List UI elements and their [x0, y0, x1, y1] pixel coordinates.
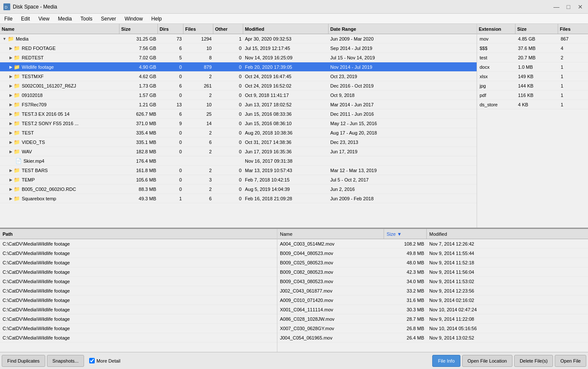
tree-cell-range: Dec 2016 - Oct 2019 [329, 83, 414, 88]
file-row[interactable]: B009_C082_080523.mov 42.3 MB Nov 9, 2014… [277, 267, 588, 277]
menu-edit[interactable]: Edit [17, 15, 34, 23]
open-file-button[interactable]: Open File [555, 355, 586, 367]
ext-col-extension[interactable]: Extension [477, 24, 515, 34]
file-row[interactable]: J002_C043_061877.mov 33.2 MB Nov 9, 2014… [277, 286, 588, 296]
col-header-range[interactable]: Date Range [329, 24, 414, 34]
folder-icon: 📁 [14, 83, 20, 89]
file-row[interactable]: X001_C064_111114.mov 30.3 MB Nov 10, 201… [277, 305, 588, 314]
maximize-button[interactable]: □ [564, 3, 573, 11]
ext-row[interactable]: docx 1.0 MB 1 [477, 62, 588, 72]
expand-arrow: ▶ [9, 93, 12, 97]
ext-row[interactable]: pdf 116 KB 1 [477, 91, 588, 100]
tree-row[interactable]: ▶ 📁 B005_C002_0602IO.RDC 88.3 MB 0 2 0 A… [0, 184, 477, 194]
ext-row[interactable]: mov 4.85 GB 867 [477, 34, 588, 44]
file-cell-name: B009_C025_080523.mov [277, 260, 384, 265]
file-row[interactable]: B009_C044_080523.mov 49.8 MB Nov 9, 2014… [277, 249, 588, 258]
tree-row[interactable]: ▶ 📁 FS7Rec709 1.21 GB 13 10 0 Jun 13, 20… [0, 100, 477, 109]
file-cell-modified: Nov 7, 2014 12:26:42 [427, 241, 512, 246]
file-row[interactable]: A086_C028_1028JW.mov 28.7 MB Nov 9, 2014… [277, 314, 588, 324]
menu-media[interactable]: Media [54, 15, 76, 23]
tree-row-name: TEST.3 EX 2016 05 14 [22, 111, 70, 117]
tree-cell-other: 0 [213, 111, 243, 117]
path-row[interactable]: C:\CatDV\Media\Wildlife footage [0, 258, 277, 267]
path-row[interactable]: C:\CatDV\Media\Wildlife footage [0, 286, 277, 296]
path-row[interactable]: C:\CatDV\Media\Wildlife footage [0, 249, 277, 258]
find-duplicates-button[interactable]: Find Duplicates [2, 355, 45, 367]
tree-row-name: B005_C002_0602IO.RDC [22, 187, 76, 192]
path-row[interactable]: C:\CatDV\Media\Wildlife footage [0, 324, 277, 333]
menu-file[interactable]: File [0, 15, 17, 23]
path-row[interactable]: C:\CatDV\Media\Wildlife footage [0, 333, 277, 343]
tree-row[interactable]: ▶ 📁 Wildlife footage 4.90 GB 0 879 0 Feb… [0, 62, 477, 72]
open-file-location-button[interactable]: Open File Location [462, 355, 512, 367]
tree-cell-name: ▶ 📁 TEMP [0, 177, 119, 183]
col-header-size[interactable]: Size [119, 24, 158, 34]
ext-col-size[interactable]: Size [515, 24, 558, 34]
tree-row[interactable]: ▶ 📁 09102018 1.57 GB 0 2 0 Oct 9, 2018 1… [0, 91, 477, 100]
ext-row[interactable]: xlsx 149 KB 1 [477, 72, 588, 81]
path-row[interactable]: C:\CatDV\Media\Wildlife footage [0, 314, 277, 324]
tree-row[interactable]: ▶ 📁 TESTMXF 4.62 GB 0 2 0 Oct 24, 2019 1… [0, 72, 477, 81]
main-container: Name Size Dirs Files Other Modified Date… [0, 24, 588, 369]
col-header-other[interactable]: Other [213, 24, 243, 34]
col-header-modified[interactable]: Modified [243, 24, 329, 34]
tree-row-name: RED FOOTAGE [22, 46, 55, 51]
tree-row[interactable]: ▶ 📁 REDTEST 7.02 GB 5 8 0 Nov 14, 2019 1… [0, 53, 477, 62]
tree-row[interactable]: ▼ 📁 Media 31.25 GB 73 1294 1 Apr 30, 202… [0, 34, 477, 44]
ext-row[interactable]: jpg 144 KB 1 [477, 81, 588, 91]
tree-row[interactable]: ▶ 📁 Squarebox temp 49.3 MB 1 6 0 Feb 16,… [0, 194, 477, 203]
tree-cell-range: Dec 23, 2013 [329, 140, 414, 145]
path-row[interactable]: C:\CatDV\Media\Wildlife footage [0, 239, 277, 249]
expand-arrow: ▶ [9, 140, 12, 144]
file-col-modified[interactable]: Modified [427, 229, 512, 239]
tree-cell-modified: Feb 7, 2018 10:42:15 [243, 177, 329, 182]
tree-row[interactable]: ▶ 📁 TEST 335.4 MB 0 2 0 Aug 20, 2018 10:… [0, 128, 477, 138]
more-detail-checkbox[interactable]: More Detail [86, 358, 124, 363]
delete-files-button[interactable]: Delete File(s) [514, 355, 553, 367]
tree-row-name: Media [16, 36, 29, 41]
ext-row[interactable]: ds_store 4 KB 1 [477, 100, 588, 109]
close-button[interactable]: ✕ [576, 3, 585, 11]
ext-row[interactable]: test 20.7 MB 2 [477, 53, 588, 62]
tree-cell-dirs: 0 [158, 74, 183, 79]
menu-tools[interactable]: Tools [76, 15, 97, 23]
tree-cell-size: 7.56 GB [119, 46, 158, 51]
tree-row[interactable]: ▶ 📁 S002C001_161207_R6ZJ 1.73 GB 6 261 0… [0, 81, 477, 91]
menu-server[interactable]: Server [97, 15, 120, 23]
path-row[interactable]: C:\CatDV\Media\Wildlife footage [0, 267, 277, 277]
ext-row[interactable]: $$$ 37.6 MB 4 [477, 44, 588, 53]
col-header-dirs[interactable]: Dirs [158, 24, 183, 34]
tree-row[interactable]: ▶ 📁 TEMP 105.6 MB 0 3 0 Feb 7, 2018 10:4… [0, 175, 477, 184]
tree-row[interactable]: ▶ 📁 TEST.3 EX 2016 05 14 626.7 MB 6 25 0… [0, 109, 477, 119]
menu-help[interactable]: Help [147, 15, 166, 23]
menu-view[interactable]: View [34, 15, 54, 23]
path-row[interactable]: C:\CatDV\Media\Wildlife footage [0, 296, 277, 305]
file-row[interactable]: A004_C003_0514M2.mov 108.2 MB Nov 7, 201… [277, 239, 588, 249]
menu-window[interactable]: Window [120, 15, 147, 23]
more-detail-input[interactable] [89, 358, 95, 363]
file-col-size[interactable]: Size ▼ [384, 229, 427, 239]
file-row[interactable]: B009_C025_080523.mov 48.0 MB Nov 9, 2014… [277, 258, 588, 267]
path-row[interactable]: C:\CatDV\Media\Wildlife footage [0, 277, 277, 286]
col-header-name[interactable]: Name [0, 24, 119, 34]
tree-row[interactable]: ▶ 📁 TEST.2 SONY FS5 2016 ... 371.0 MB 9 … [0, 119, 477, 128]
file-row[interactable]: J004_C054_061965.mov 26.4 MB Nov 9, 2014… [277, 333, 588, 343]
tree-row[interactable]: ▶ 📁 TEST BARS 161.8 MB 0 2 0 Mar 13, 201… [0, 166, 477, 175]
col-header-files[interactable]: Files [183, 24, 213, 34]
tree-row[interactable]: 📄 Skier.mp4 176.4 MB Nov 16, 2017 09:31:… [0, 156, 477, 166]
tree-row[interactable]: ▶ 📁 WAV 182.8 MB 0 2 0 Jun 17, 2019 16:3… [0, 147, 477, 156]
file-row[interactable]: B009_C043_080523.mov 34.0 MB Nov 9, 2014… [277, 277, 588, 286]
tree-cell-modified: Jun 15, 2016 08:33:36 [243, 111, 329, 117]
file-row[interactable]: A009_C010_071420.mov 31.6 MB Nov 9, 2014… [277, 296, 588, 305]
file-col-name[interactable]: Name [277, 229, 384, 239]
snapshots-button[interactable]: Snapshots... [47, 355, 84, 367]
file-cell-name: A086_C028_1028JW.mov [277, 316, 384, 322]
top-pane: Name Size Dirs Files Other Modified Date… [0, 24, 588, 229]
tree-row[interactable]: ▶ 📁 VIDEO_TS 335.1 MB 0 6 0 Oct 31, 2017… [0, 138, 477, 147]
path-row[interactable]: C:\CatDV\Media\Wildlife footage [0, 305, 277, 314]
file-row[interactable]: X007_C030_0628GY.mov 26.8 MB Nov 10, 201… [277, 324, 588, 333]
file-info-button[interactable]: File Info [432, 355, 460, 367]
tree-row[interactable]: ▶ 📁 RED FOOTAGE 7.56 GB 6 10 0 Jul 15, 2… [0, 44, 477, 53]
ext-col-files[interactable]: Files [558, 24, 588, 34]
minimize-button[interactable]: — [552, 3, 561, 11]
